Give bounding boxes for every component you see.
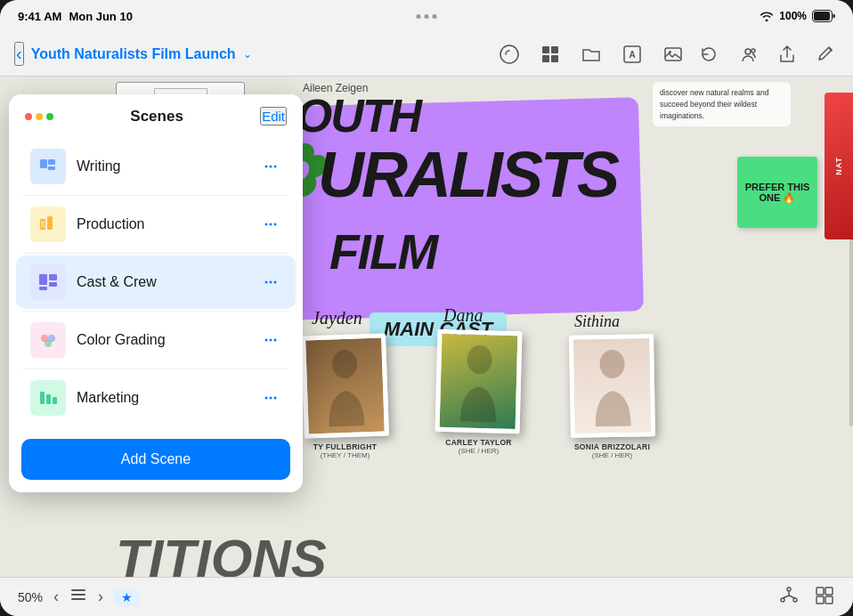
edit-tool-button[interactable] [814,42,839,67]
status-bar-center [417,14,437,19]
window-dot-green[interactable] [46,113,53,120]
image-tool-button[interactable] [661,42,686,67]
battery-label: 100% [779,10,807,22]
tree-view-button[interactable] [778,585,800,610]
uralists-text: URALISTS [318,139,617,210]
back-button[interactable]: ‹ [14,42,24,66]
photo-content-2 [440,334,518,429]
layout-view-button[interactable] [814,585,835,610]
scene-name-writing: Writing [77,158,249,174]
scene-item-writing[interactable]: Writing [16,140,296,193]
svg-rect-23 [47,216,53,230]
photo-content-1 [305,338,385,434]
auditions-text: TITIONS [116,528,327,577]
scene-item-production[interactable]: Production [16,198,296,251]
svg-point-50 [787,588,791,591]
right-edge-card: NAT [825,93,853,239]
cast-info-1: TY FULLBRIGHT (THEY / THEM) [303,442,387,459]
svg-line-55 [789,596,795,598]
scene-item-cast-crew[interactable]: Cast & Crew [16,255,296,309]
history-tool-button[interactable] [696,42,721,67]
scene-more-marketing[interactable] [260,387,281,409]
svg-rect-48 [71,594,85,596]
scene-more-writing[interactable] [260,156,281,177]
cast-info-2: CARLEY TAYLOR (SHE / HER) [436,438,521,455]
starred-badge[interactable]: ★ [114,588,140,606]
signature-3: Sithina [574,312,620,331]
canvas-scrollbar[interactable] [849,227,853,427]
scene-item-color-grading[interactable]: Color Grading [16,313,296,367]
svg-point-38 [265,339,268,342]
svg-point-2 [500,45,518,63]
cast-photo-3: Sithina SONIA BRIZZOLARI (SHE / HER) [570,335,654,459]
signature-2: Dana [443,305,483,326]
scene-list: Writing [9,134,303,430]
svg-point-37 [45,340,52,347]
main-canvas-area[interactable]: Aileen Zeigen 👁 PORTALGRAPHICS CAMERA: M… [0,77,853,577]
title-film: FILM [329,223,436,280]
svg-point-19 [265,166,268,168]
scene-thumb-marketing [30,380,66,416]
nav-next-button[interactable]: › [98,588,103,606]
folder-tool-button[interactable] [579,42,604,67]
svg-rect-57 [825,588,833,595]
window-dot-yellow[interactable] [36,113,43,120]
scene-more-grading[interactable] [260,329,281,351]
auditions-partial: TITIONS [116,529,327,577]
svg-rect-41 [40,392,45,404]
scene-more-cast[interactable] [260,272,281,293]
text-tool-button[interactable]: A [620,42,645,67]
divider-3 [23,311,288,312]
right-card-text: NAT [834,157,843,175]
svg-point-25 [265,223,268,226]
scene-panel-title: Scenes [130,108,183,126]
title-chevron-icon[interactable]: ⌄ [243,48,252,61]
toolbar-center: A [497,42,686,67]
document-title[interactable]: Youth Naturalists Film Launch [31,46,236,62]
svg-rect-3 [542,46,549,53]
scene-panel: Scenes Edit Writing [9,94,303,492]
bottom-toolbar-right [778,585,835,610]
add-scene-button[interactable]: Add Scene [21,439,290,480]
battery-icon [812,10,835,22]
svg-point-13 [331,349,357,378]
svg-point-52 [793,598,797,602]
cast-pronouns-3: (SHE / HER) [570,451,654,459]
description-card: discover new natural realms and succeed … [653,82,791,126]
svg-rect-49 [71,598,85,600]
svg-point-32 [265,281,268,284]
grid-tool-button[interactable] [538,42,563,67]
toolbar: ‹ Youth Naturalists Film Launch ⌄ [0,32,853,77]
svg-point-14 [467,344,492,374]
svg-point-34 [274,281,277,284]
star-icon: ★ [121,590,133,604]
scene-edit-button[interactable]: Edit [260,107,287,126]
cast-photo-2: Dana CARLEY TAYLOR (SHE / HER) [436,330,521,455]
svg-rect-6 [551,55,558,62]
svg-rect-16 [40,159,47,168]
svg-point-40 [274,339,277,342]
photo-frame-2 [435,329,523,434]
svg-point-15 [599,349,625,377]
scene-more-production[interactable] [260,214,281,235]
list-view-icon[interactable] [69,586,87,608]
collab-tool-button[interactable] [735,42,760,67]
scene-item-marketing[interactable]: Marketing [16,371,296,425]
share-tool-button[interactable] [775,42,800,67]
status-dot-2 [425,14,429,19]
scene-thumb-production [30,207,66,242]
scene-name-production: Production [77,216,249,232]
signature-1: Jayden [312,308,362,328]
svg-rect-4 [551,46,558,53]
window-dot-red[interactable] [25,113,32,120]
svg-rect-43 [53,397,57,404]
scene-thumb-grading [30,322,66,358]
description-text: discover new natural realms and succeed … [660,88,768,120]
nav-prev-button[interactable]: ‹ [53,588,59,606]
wifi-icon [760,11,774,21]
pencil-tool-button[interactable] [497,42,522,67]
svg-rect-1 [814,12,830,20]
svg-point-27 [274,223,277,226]
status-bar-right: 100% [760,10,835,22]
photo-frame-1 [301,333,389,438]
